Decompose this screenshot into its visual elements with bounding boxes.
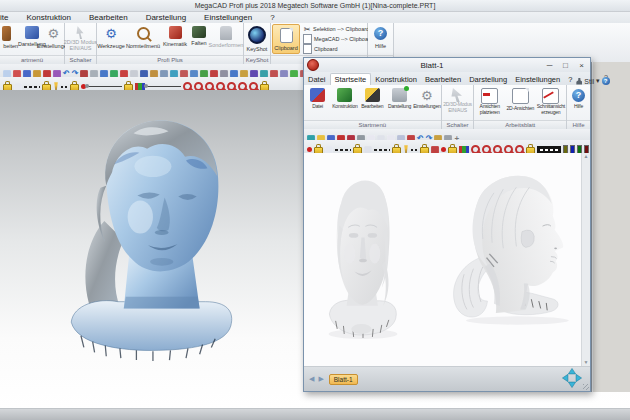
- datei-button[interactable]: Datei: [304, 85, 331, 120]
- record-point-icon[interactable]: [307, 147, 312, 152]
- ribbon-group-schalter: 2D/3D-Modus EIN/AUS Schalter: [442, 85, 475, 129]
- vertical-scrollbar[interactable]: ▲ ▼: [581, 153, 590, 366]
- pan-compass-icon[interactable]: [562, 368, 582, 388]
- sonderformen-button[interactable]: Sonderformen: [209, 23, 243, 55]
- group-label-schalter: Schalter: [65, 55, 96, 64]
- darstellung-button[interactable]: Darstellung: [21, 23, 42, 55]
- paste-icon: [303, 34, 312, 44]
- tab-darstellung[interactable]: Darstellung: [465, 74, 511, 85]
- tab-konstruktion[interactable]: Konstruktion: [371, 74, 421, 85]
- resize-grip[interactable]: [583, 384, 589, 390]
- help-icon: ?: [374, 27, 387, 40]
- help-icon: ?: [572, 89, 585, 102]
- fold-icon: [192, 26, 206, 38]
- display-cube-icon: [25, 26, 39, 39]
- main-window-title: MegaCAD Profi plus 2018 Megatech Softwar…: [195, 2, 436, 9]
- ansichten-platzieren-button[interactable]: Ansichten platzieren: [474, 85, 505, 120]
- clipboard-button[interactable]: Clipboard: [272, 24, 300, 54]
- ribbon-group-profiplus: ⚙ Werkzeuge Normteilmenü Kinematik Falte…: [97, 23, 244, 64]
- tab-help[interactable]: ?: [268, 13, 276, 22]
- clipboard-small-icon: [303, 44, 312, 54]
- hilfe-button[interactable]: ? Hilfe: [567, 85, 590, 120]
- einstellungen-button[interactable]: ⚙ Einstellungen: [413, 85, 440, 120]
- clipboard-more-button[interactable]: Clipboard: [303, 44, 373, 54]
- falten-button[interactable]: Falten: [189, 23, 209, 55]
- normteilmenu-button[interactable]: Normteilmenü: [125, 23, 161, 55]
- ribbon-group-startmenu: Datei Konstruktion Bearbeiten Darstellun…: [304, 85, 442, 129]
- group-label-startmenu: Startmenü: [304, 120, 441, 129]
- edit-icon: [2, 26, 11, 41]
- darstellung-button[interactable]: Darstellung: [386, 85, 413, 120]
- blatt1-menu-bar: Datei Startseite Konstruktion Bearbeiten…: [304, 72, 590, 85]
- point-style-icon[interactable]: [441, 147, 446, 152]
- sheet-tab-blatt1[interactable]: Blatt-1: [329, 374, 358, 385]
- einstellungen-button[interactable]: ⚙ Einstellungen: [43, 23, 64, 55]
- hilfe-button[interactable]: ? Hilfe: [368, 23, 393, 55]
- gear-icon: ⚙: [45, 26, 61, 41]
- tab-startseite-partial[interactable]: ite: [0, 13, 10, 22]
- group-label-profiplus: Profi Plus: [97, 55, 243, 64]
- tab-bearbeiten[interactable]: Bearbeiten: [87, 13, 130, 22]
- linetype-short[interactable]: [411, 149, 418, 151]
- main-status-bar: [0, 408, 630, 420]
- minimize-button[interactable]: ─: [542, 60, 557, 71]
- ansichten-2d-button[interactable]: 2D-Ansichten: [505, 85, 536, 120]
- tab-darstellung[interactable]: Darstellung: [144, 13, 188, 22]
- linetype-preview[interactable]: [374, 149, 390, 151]
- help-icon[interactable]: ?: [602, 77, 610, 85]
- megacad-clipboard-button[interactable]: MegaCAD --> Clipboard: [303, 34, 373, 44]
- gear-icon: ⚙: [419, 88, 434, 102]
- mode-2d3d-button[interactable]: 2D/3D-Modus EIN/AUS: [442, 85, 474, 120]
- sheet-canvas[interactable]: ▲ ▼: [304, 153, 590, 367]
- tab-datei[interactable]: Datei: [304, 74, 330, 85]
- tab-startseite[interactable]: Startseite: [330, 73, 372, 85]
- linetype-short[interactable]: [61, 86, 68, 88]
- blatt1-ribbon: Datei Konstruktion Bearbeiten Darstellun…: [304, 85, 590, 130]
- prev-sheet-button[interactable]: ◀: [309, 375, 314, 383]
- sheet-view-front-head[interactable]: [320, 165, 406, 341]
- main-menu-bar: ite Konstruktion Bearbeiten Darstellung …: [0, 12, 630, 23]
- tab-help[interactable]: ?: [564, 74, 576, 85]
- group-label-arbeitsblatt: Arbeitsblatt: [474, 120, 566, 129]
- line-width-preview[interactable]: [88, 86, 122, 87]
- megacad-logo-icon: [307, 59, 319, 71]
- 3d-scan-head-model[interactable]: [44, 106, 258, 364]
- tab-konstruktion[interactable]: Konstruktion: [24, 13, 72, 22]
- group-label-hilfe: Hilfe: [567, 120, 590, 129]
- bearbeiten-button[interactable]: Bearbeiten: [359, 85, 386, 120]
- scroll-down-icon[interactable]: ▼: [582, 359, 590, 366]
- chevron-down-icon: ▾: [596, 77, 600, 85]
- keyshot-button[interactable]: KeyShot: [244, 23, 270, 55]
- stil-dropdown[interactable]: Stil: [584, 78, 594, 85]
- bearbeiten-button[interactable]: beiten: [0, 23, 21, 55]
- sheet-view-side-head[interactable]: [438, 165, 578, 327]
- scroll-up-icon[interactable]: ▲: [582, 153, 590, 160]
- kinematik-button[interactable]: Kinematik: [161, 23, 189, 55]
- keyshot-sphere-icon: [248, 26, 266, 44]
- parts-magnifier-icon: [137, 27, 150, 40]
- tab-einstellungen[interactable]: Einstellungen: [202, 13, 254, 22]
- line-width-preview[interactable]: [147, 86, 181, 87]
- linetype-preview[interactable]: [335, 149, 351, 151]
- selektion-clipboard-button[interactable]: ✂ Selektion --> Clipboard: [303, 24, 373, 34]
- ribbon-group-startmenu: beiten Darstellung ⚙ Einstellungen artme…: [0, 23, 65, 64]
- display-icon: [392, 88, 407, 102]
- mode-2d3d-button[interactable]: 2D/3D Modus EIN/AUS: [65, 23, 96, 55]
- close-button[interactable]: ×: [574, 60, 589, 71]
- group-label-keyshot: KeyShot: [244, 55, 270, 64]
- werkzeuge-button[interactable]: ⚙ Werkzeuge: [97, 23, 125, 55]
- next-sheet-button[interactable]: ▶: [318, 375, 323, 383]
- scissors-icon: ✂: [303, 25, 311, 34]
- tab-einstellungen[interactable]: Einstellungen: [511, 74, 564, 85]
- ribbon-group-keyshot: KeyShot KeyShot: [244, 23, 271, 64]
- linetype-preview[interactable]: [24, 86, 40, 88]
- blatt1-titlebar[interactable]: Blatt-1 ─ □ ×: [304, 58, 590, 73]
- blatt1-window: Blatt-1 ─ □ × Datei Startseite Konstrukt…: [303, 57, 591, 392]
- konstruktion-button[interactable]: Konstruktion: [331, 85, 358, 120]
- maximize-button[interactable]: □: [558, 60, 573, 71]
- sheet-tab-bar: ◀ ▶ Blatt-1: [304, 367, 590, 391]
- ribbon-group-hilfe: ? Hilfe Hilfe: [567, 85, 590, 129]
- group-label-startmenu: artmenü: [0, 55, 64, 64]
- tab-bearbeiten[interactable]: Bearbeiten: [421, 74, 465, 85]
- schnittansicht-button[interactable]: Schnittansicht erzeugen: [536, 85, 567, 120]
